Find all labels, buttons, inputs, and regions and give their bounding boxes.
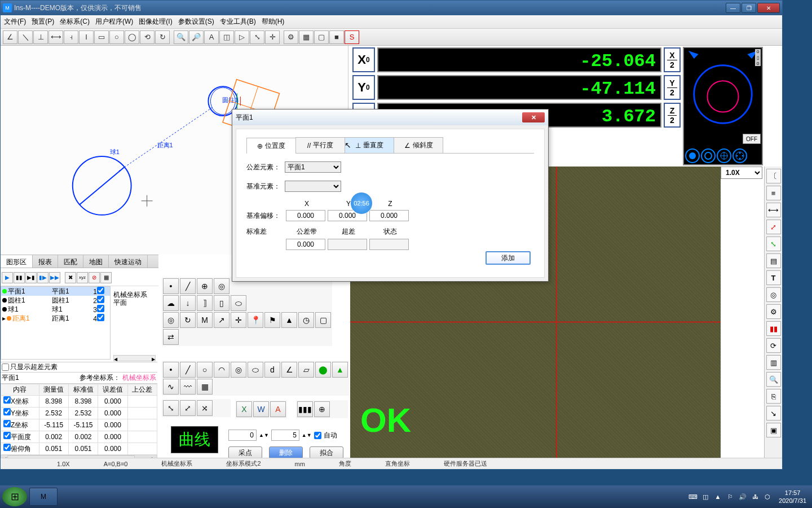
tool-fill-icon[interactable]: ■ (329, 30, 344, 44)
axes-j-icon[interactable]: ⤡ (163, 400, 179, 416)
dialog-close-button[interactable]: ✕ (522, 112, 545, 122)
tg2-slot-icon[interactable]: ⬭ (248, 362, 263, 378)
ff-icon[interactable]: ▶▶ (49, 272, 60, 283)
feature-list[interactable]: 平面1平面11 圆柱1圆柱12 球1球13 ▸距离1距离14 (1, 286, 111, 360)
dro-z-half-button[interactable]: Z2 (664, 103, 681, 128)
tool-grid-icon[interactable]: ▦ (299, 30, 314, 44)
menu-coord[interactable]: 坐标系(C) (60, 17, 90, 27)
tg2-d-icon[interactable]: d (264, 362, 280, 378)
wrench-icon[interactable]: ✖ (65, 272, 76, 283)
tg-cross2-icon[interactable]: ✛ (231, 312, 246, 328)
tool-ellipse-icon[interactable]: ◯ (125, 30, 139, 44)
zoom-in-icon[interactable]: 🔍 (174, 30, 188, 44)
tg2-wave-icon[interactable]: ∿ (163, 379, 179, 395)
start-button[interactable]: ⊞ (2, 487, 27, 506)
tg-ht-icon[interactable]: ⟧ (197, 295, 213, 311)
target2-icon[interactable]: ⊕ (314, 401, 330, 417)
axes-w-icon[interactable]: ⤨ (197, 400, 213, 416)
word-icon[interactable]: W (253, 401, 269, 417)
rt-barcode-icon[interactable]: ▥ (766, 355, 781, 370)
rt-arrow-icon[interactable]: ↘ (766, 406, 781, 421)
task-app[interactable]: M (29, 488, 58, 506)
tab-map[interactable]: 地图 (83, 255, 109, 268)
tg2-ring-icon[interactable]: ◎ (231, 362, 246, 378)
tool-caliper-icon[interactable]: ⫞ (64, 30, 78, 44)
tray-lang-icon[interactable]: ⌨ (689, 492, 698, 501)
cal-icon[interactable]: ▦ (100, 272, 112, 283)
compass-off-button[interactable]: OFF (743, 134, 761, 144)
tol-elem-select[interactable]: 平面1 (285, 161, 341, 173)
tg2-para-icon[interactable]: ▱ (298, 362, 314, 378)
rt-loop-icon[interactable]: ⟳ (766, 338, 781, 353)
row-check[interactable] (97, 287, 104, 294)
taskbar-clock[interactable]: 17:572020/7/31 (775, 489, 810, 505)
row-check[interactable] (97, 314, 104, 321)
tg-swap-icon[interactable]: ⇄ (163, 329, 179, 345)
zoom-out-icon[interactable]: 🔎 (189, 30, 204, 44)
axes-s-icon[interactable]: ⤢ (180, 400, 196, 416)
rt-tgt-icon[interactable]: ◎ (766, 287, 781, 302)
tool-circle-icon[interactable]: ○ (109, 30, 124, 44)
tg-peak-icon[interactable]: ▲ (281, 312, 297, 328)
tab-position[interactable]: ⊕位置度 (246, 138, 296, 154)
tab-graphics[interactable]: 图形区 (1, 255, 33, 268)
tg2-dot-icon[interactable]: • (163, 362, 179, 378)
tg-probe-icon[interactable]: ↓ (180, 295, 196, 311)
row-check[interactable] (97, 305, 104, 312)
add-button[interactable]: 添加 (486, 251, 531, 265)
tg-rot-icon[interactable]: ↻ (180, 312, 196, 328)
tg-line-icon[interactable]: ╱ (180, 278, 196, 294)
zoom-select[interactable]: 1.0X (721, 167, 762, 179)
rt-bars-icon[interactable]: ▮▮ (766, 321, 781, 336)
acrobat-icon[interactable]: A (270, 401, 286, 417)
step-icon[interactable]: ▶▮ (25, 272, 37, 283)
tool-A-icon[interactable]: A (204, 30, 219, 44)
rt-zoom-icon[interactable]: 🔍 (766, 372, 781, 387)
tool-cube-icon[interactable]: ◫ (219, 30, 234, 44)
tg-clock-icon[interactable]: ◷ (298, 312, 314, 328)
menu-params[interactable]: 参数设置(S) (178, 17, 214, 27)
shape-dots-icon[interactable] (732, 148, 747, 163)
tg-point-icon[interactable]: • (163, 278, 179, 294)
ref-elem-select[interactable] (285, 181, 341, 192)
tg2-cone-icon[interactable]: ▲ (332, 362, 348, 378)
tool-text-icon[interactable]: I (79, 30, 94, 44)
rt-width-icon[interactable]: ⟷ (766, 203, 781, 217)
tool-cross-icon[interactable]: ✛ (265, 30, 280, 44)
skip-icon[interactable]: ▮▶ (37, 272, 48, 283)
titlebar[interactable]: M Ins-M----DEMO版本，仅供演示，不可销售 — ❐ ✕ (1, 1, 782, 15)
list-item[interactable]: ▸距离1距离14 (1, 314, 110, 323)
dro-x-half-button[interactable]: X2 (664, 47, 681, 72)
tg-plus-icon[interactable]: ⊕ (197, 278, 213, 294)
tg-arrow-icon[interactable]: ↗ (214, 312, 230, 328)
tool-axes-icon[interactable]: ⤡ (250, 30, 264, 44)
shape-ring-icon[interactable] (701, 148, 716, 163)
offset-z-input[interactable] (369, 210, 409, 221)
rt-square-icon[interactable]: ▣ (766, 423, 781, 437)
offset-x-input[interactable] (286, 210, 325, 221)
tool-perp-icon[interactable]: ⊥ (33, 30, 48, 44)
h-scroll[interactable]: ◀▶ (113, 355, 156, 361)
tray-vol-icon[interactable]: 🔊 (738, 492, 747, 501)
rt-lines-icon[interactable]: ≡ (766, 186, 781, 200)
tab-perpendicular[interactable]: ⊥垂直度 (345, 137, 394, 153)
tray-drive-icon[interactable]: ◫ (701, 492, 710, 501)
xyz-icon[interactable]: xyz (77, 272, 88, 283)
rt-T-icon[interactable]: T (766, 270, 781, 285)
ref-value[interactable]: 机械坐标系 (122, 373, 156, 383)
dialog-titlebar[interactable]: 平面1 ✕ (232, 110, 548, 125)
tab-parallel[interactable]: //平行度 (295, 137, 345, 153)
menu-image[interactable]: 图像处理(I) (139, 17, 172, 27)
tool-box-icon[interactable]: ▢ (314, 30, 329, 44)
menu-file[interactable]: 文件(F) (4, 17, 26, 27)
tg-slot-icon[interactable]: ⬭ (231, 295, 246, 311)
tab-match[interactable]: 匹配 (58, 255, 83, 268)
tg-ring-icon[interactable]: ◎ (214, 278, 230, 294)
tg-depth-icon[interactable]: ▯ (214, 295, 230, 311)
tg2-circ-icon[interactable]: ○ (197, 362, 213, 378)
list-item[interactable]: 球1球13 (1, 305, 110, 314)
tool-angle-icon[interactable]: ∠ (3, 30, 17, 44)
tg2-arc-icon[interactable]: ◠ (214, 362, 230, 378)
tolband-input[interactable] (286, 239, 325, 250)
tg2-ang-icon[interactable]: ∠ (281, 362, 297, 378)
